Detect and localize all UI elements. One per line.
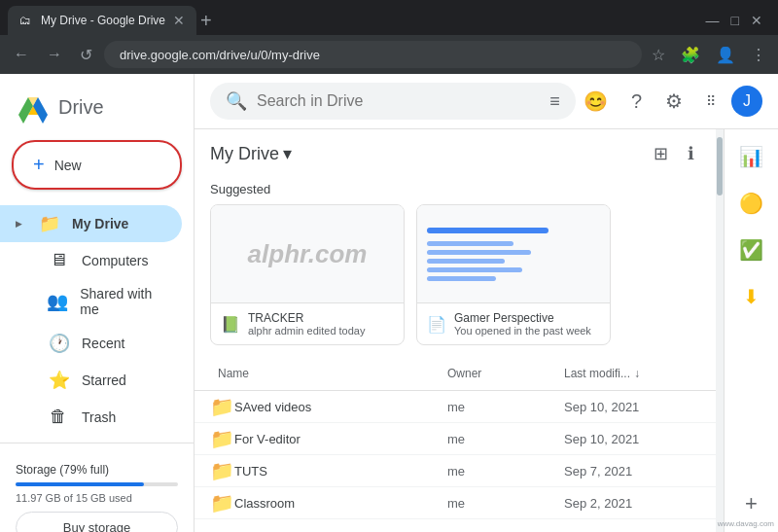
content-wrapper: My Drive ▾ ⊞ ℹ Suggested alphr.com bbox=[194, 129, 778, 532]
filter-icon[interactable]: ≡ bbox=[549, 91, 560, 112]
new-btn-label: New bbox=[54, 158, 82, 173]
gamer-meta: You opened in the past week bbox=[454, 325, 600, 337]
col-name-header: Name bbox=[210, 361, 447, 386]
tasks-btn[interactable]: ✅ bbox=[731, 231, 771, 269]
header-icons: 😊 ? ⚙ ⠿ J bbox=[576, 82, 762, 121]
plus-icon: + bbox=[33, 154, 45, 176]
window-controls: — □ ✕ bbox=[706, 13, 770, 28]
sidebar-item-trash[interactable]: 🗑 Trash bbox=[0, 399, 182, 435]
right-strip: 📊 🟡 ✅ ⬇ + www.davag.com bbox=[724, 129, 778, 532]
sort-icon[interactable]: ↓ bbox=[634, 367, 640, 380]
folder-icon: 📁 bbox=[210, 491, 234, 514]
active-tab[interactable]: 🗂 My Drive - Google Drive ✕ bbox=[8, 6, 196, 35]
suggested-section-title: Suggested bbox=[194, 174, 716, 200]
avatar[interactable]: J bbox=[731, 86, 762, 117]
calendar-btn[interactable]: 📊 bbox=[731, 137, 771, 176]
suggestion-card-gamer[interactable]: 📄 Gamer Perspective You opened in the pa… bbox=[416, 204, 611, 345]
card-preview-tracker: alphr.com bbox=[211, 205, 404, 302]
card-info-tracker: 📗 TRACKER alphr admin edited today bbox=[211, 302, 404, 344]
add-app-btn[interactable]: + bbox=[737, 483, 765, 524]
my-drive-icon: 📁 bbox=[39, 213, 58, 234]
sidebar: Drive + New ▸ 📁 My Drive 🖥 Computers 👥 S… bbox=[0, 74, 194, 532]
buy-storage-button[interactable]: Buy storage bbox=[16, 512, 178, 532]
browser-menu-btn[interactable]: ⋮ bbox=[747, 42, 770, 68]
grid-view-btn[interactable]: ⊞ bbox=[648, 137, 674, 170]
tracker-icon: 📗 bbox=[221, 315, 240, 334]
file-table: Name Owner Last modifi... ↓ 📁 SAved vide… bbox=[194, 357, 716, 519]
table-row[interactable]: 📁 Classroom me Sep 2, 2021 bbox=[194, 487, 716, 519]
file-name: Classroom bbox=[234, 496, 447, 511]
search-icon: 🔍 bbox=[226, 90, 247, 112]
settings-btn[interactable]: ⚙ bbox=[657, 82, 690, 121]
file-name: SAved videos bbox=[234, 400, 447, 414]
folder-icon: 📁 bbox=[210, 459, 234, 482]
tracker-details: TRACKER alphr admin edited today bbox=[248, 311, 394, 337]
card-preview-gamer bbox=[417, 205, 610, 302]
tracker-meta: alphr admin edited today bbox=[248, 325, 394, 337]
file-date: Sep 7, 2021 bbox=[564, 464, 700, 479]
table-row[interactable]: 📁 SAved videos me Sep 10, 2021 bbox=[194, 391, 716, 423]
main-area: 🔍 ≡ 😊 ? ⚙ ⠿ J My Drive ▾ bbox=[194, 74, 778, 532]
forward-btn[interactable]: → bbox=[41, 42, 68, 67]
tab-bar: 🗂 My Drive - Google Drive ✕ + — □ ✕ bbox=[0, 0, 778, 35]
tab-favicon: 🗂 bbox=[19, 14, 33, 27]
file-date: Sep 10, 2021 bbox=[564, 432, 700, 446]
breadcrumb[interactable]: My Drive ▾ bbox=[210, 143, 292, 164]
sidebar-item-my-drive[interactable]: ▸ 📁 My Drive bbox=[0, 205, 182, 242]
my-drive-label: My Drive bbox=[72, 216, 128, 231]
storage-bar bbox=[16, 482, 178, 486]
download-btn[interactable]: ⬇ bbox=[735, 277, 767, 316]
suggestion-cards: alphr.com 📗 TRACKER alphr admin edited t… bbox=[194, 200, 716, 357]
breadcrumb-row: My Drive ▾ ⊞ ℹ bbox=[194, 129, 716, 174]
profile-btn[interactable]: 👤 bbox=[712, 42, 739, 68]
keep-btn[interactable]: 🟡 bbox=[731, 184, 771, 223]
view-icons: ⊞ ℹ bbox=[648, 137, 700, 170]
close-btn[interactable]: ✕ bbox=[751, 13, 762, 28]
new-button[interactable]: + New bbox=[12, 140, 182, 190]
table-row[interactable]: 📁 For V-editor me Sep 10, 2021 bbox=[194, 423, 716, 455]
table-row[interactable]: 📁 TUTS me Sep 7, 2021 bbox=[194, 455, 716, 487]
nav-arrow: ▸ bbox=[16, 217, 21, 231]
scrollbar-thumb bbox=[717, 137, 723, 195]
address-input[interactable] bbox=[104, 41, 642, 68]
search-input[interactable] bbox=[257, 92, 540, 110]
drive-header: 🔍 ≡ 😊 ? ⚙ ⠿ J bbox=[194, 74, 778, 129]
extensions-btn[interactable]: 🧩 bbox=[677, 42, 704, 68]
maximize-btn[interactable]: □ bbox=[731, 13, 739, 28]
search-bar-container: 🔍 ≡ bbox=[210, 83, 576, 120]
shared-label: Shared with me bbox=[80, 286, 166, 317]
folder-icon: 📁 bbox=[210, 395, 234, 418]
file-date: Sep 10, 2021 bbox=[564, 400, 700, 414]
logo-text: Drive bbox=[58, 96, 104, 119]
sidebar-item-recent[interactable]: 🕐 Recent bbox=[0, 325, 182, 362]
scrollbar-track[interactable] bbox=[716, 129, 724, 532]
col-modified-header: Last modifi... ↓ bbox=[564, 367, 700, 380]
tab-close-btn[interactable]: ✕ bbox=[173, 13, 185, 28]
suggestion-card-tracker[interactable]: alphr.com 📗 TRACKER alphr admin edited t… bbox=[210, 204, 405, 345]
storage-fill bbox=[16, 482, 144, 486]
bookmark-btn[interactable]: ☆ bbox=[648, 42, 669, 68]
app-container: Drive + New ▸ 📁 My Drive 🖥 Computers 👥 S… bbox=[0, 74, 778, 532]
computers-icon: 🖥 bbox=[49, 250, 68, 270]
sidebar-item-computers[interactable]: 🖥 Computers bbox=[0, 242, 182, 278]
sidebar-item-starred[interactable]: ⭐ Starred bbox=[0, 362, 182, 399]
file-owner: me bbox=[447, 400, 564, 414]
back-btn[interactable]: ← bbox=[8, 42, 35, 67]
starred-label: Starred bbox=[82, 372, 126, 388]
new-tab-btn[interactable]: + bbox=[200, 10, 212, 32]
file-owner: me bbox=[447, 496, 564, 511]
apps-btn[interactable]: ⠿ bbox=[698, 86, 724, 117]
recent-icon: 🕐 bbox=[49, 333, 68, 354]
starred-icon: ⭐ bbox=[49, 370, 68, 391]
refresh-btn[interactable]: ↺ bbox=[74, 42, 98, 68]
info-btn[interactable]: ℹ bbox=[682, 137, 700, 170]
drive-logo-icon bbox=[16, 89, 51, 124]
watermark: www.davag.com bbox=[718, 519, 774, 528]
emoji-btn[interactable]: 😊 bbox=[576, 82, 616, 121]
tab-title: My Drive - Google Drive bbox=[41, 14, 165, 27]
file-name: TUTS bbox=[234, 464, 447, 479]
table-header: Name Owner Last modifi... ↓ bbox=[194, 357, 716, 391]
sidebar-item-shared[interactable]: 👥 Shared with me bbox=[0, 278, 182, 325]
minimize-btn[interactable]: — bbox=[706, 13, 720, 28]
help-btn[interactable]: ? bbox=[623, 83, 650, 121]
